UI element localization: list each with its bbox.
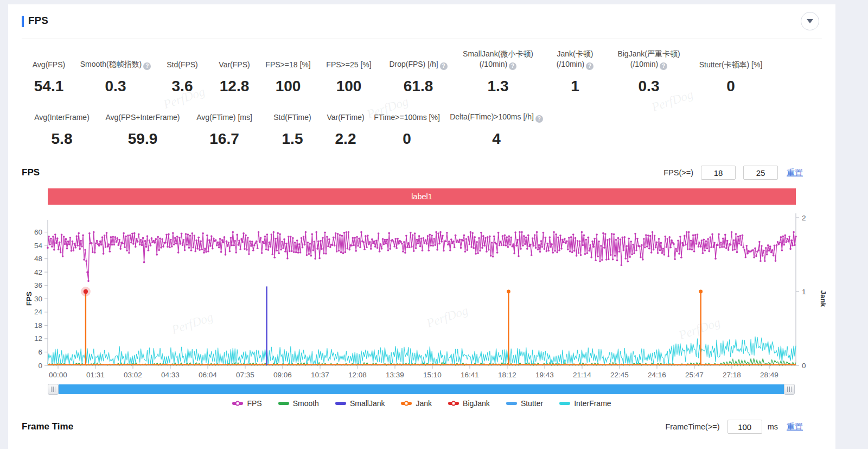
svg-text:FPS: FPS: [25, 292, 33, 306]
metric-label: Jank(卡顿)(/10min)?: [557, 49, 593, 70]
metric-value: 1: [571, 78, 579, 95]
metric-row1-9: BigJank(严重卡顿)(/10min)?0.3: [610, 49, 688, 95]
legend-label: FPS: [247, 399, 261, 408]
metric-label: FPS>=25 [%]: [326, 60, 371, 70]
legend-label: Smooth: [293, 399, 319, 408]
svg-text:13:39: 13:39: [386, 371, 404, 379]
svg-text:28:49: 28:49: [760, 371, 778, 379]
legend-label: Jank: [416, 399, 432, 408]
legend-item-interframe[interactable]: InterFrame: [559, 399, 611, 408]
fps-threshold-input-2[interactable]: [743, 166, 778, 180]
fps-stats-row-2: Avg(InterFrame)5.8Avg(FPS+InterFrame)59.…: [22, 112, 551, 148]
metric-value: 3.6: [172, 78, 193, 95]
frametime-threshold-filter: FrameTime(>=) ms 重置: [665, 420, 803, 434]
svg-text:12:08: 12:08: [348, 371, 367, 379]
metric-value: 61.8: [404, 78, 433, 95]
svg-text:60: 60: [34, 228, 42, 236]
chevron-down-icon: [807, 19, 813, 23]
grip-icon: [787, 387, 792, 392]
fps-panel: FPS Avg(FPS)54.1Smooth(稳帧指数)?0.3Std(FPS)…: [8, 4, 835, 449]
legend-item-stutter[interactable]: Stutter: [506, 399, 543, 408]
metric-value: 0.3: [105, 78, 126, 95]
frame-time-section-title: Frame Time: [22, 421, 73, 432]
metric-label: Std(FTime): [273, 112, 311, 123]
svg-text:06:04: 06:04: [199, 371, 217, 379]
metric-label: Avg(FTime) [ms]: [196, 112, 252, 123]
metric-value: 0: [726, 78, 735, 95]
metric-row1-1: Smooth(稳帧指数)?0.3: [76, 59, 155, 95]
svg-text:12: 12: [34, 334, 42, 343]
svg-text:0: 0: [38, 362, 42, 370]
svg-text:07:35: 07:35: [236, 371, 254, 379]
legend-item-jank[interactable]: Jank: [401, 399, 432, 408]
metric-label: Drop(FPS) [/h]?: [389, 59, 447, 70]
metric-row2-3: Std(FTime)1.5: [265, 112, 320, 148]
metric-row1-2: Std(FPS)3.6: [155, 60, 209, 95]
help-icon[interactable]: ?: [509, 62, 516, 70]
svg-text:2: 2: [802, 214, 806, 222]
svg-text:22:45: 22:45: [610, 371, 629, 379]
legend-marker: [401, 402, 412, 405]
svg-text:42: 42: [34, 268, 42, 276]
metric-label: Avg(FPS+InterFrame): [105, 112, 180, 123]
metric-label: Stutter(卡顿率) [%]: [699, 60, 763, 70]
metric-label: FPS>=18 [%]: [265, 60, 310, 70]
svg-text:03:02: 03:02: [124, 371, 142, 379]
metric-value: 5.8: [52, 130, 73, 148]
help-icon[interactable]: ?: [660, 62, 667, 70]
legend-item-fps[interactable]: FPS: [232, 399, 261, 408]
metric-value: 100: [276, 78, 301, 95]
fps-stats-row-1: Avg(FPS)54.1Smooth(稳帧指数)?0.3Std(FPS)3.6V…: [22, 49, 774, 95]
svg-text:18: 18: [34, 321, 42, 330]
svg-text:15:10: 15:10: [423, 371, 442, 379]
metric-row1-3: Var(FPS)12.8: [209, 60, 259, 95]
metric-row1-10: Stutter(卡顿率) [%]0: [688, 60, 774, 95]
chart-scrollbar-track[interactable]: [59, 384, 784, 394]
svg-text:00:00: 00:00: [49, 371, 67, 379]
help-icon[interactable]: ?: [535, 115, 543, 123]
fps-reset-link[interactable]: 重置: [787, 168, 803, 178]
metric-row1-4: FPS>=18 [%]100: [259, 60, 317, 95]
metric-value: 1.3: [488, 78, 509, 95]
svg-text:25:47: 25:47: [685, 371, 704, 379]
legend-item-smooth[interactable]: Smooth: [278, 399, 319, 408]
title-accent-bar: [22, 16, 24, 27]
frametime-reset-link[interactable]: 重置: [787, 422, 803, 432]
svg-text:21:14: 21:14: [573, 371, 591, 379]
svg-text:30: 30: [34, 295, 42, 303]
svg-text:24:16: 24:16: [648, 371, 666, 379]
help-icon[interactable]: ?: [440, 62, 448, 70]
svg-text:54: 54: [34, 242, 43, 250]
metric-label: Avg(FPS): [33, 60, 65, 70]
fps-threshold-input-1[interactable]: [701, 166, 736, 180]
help-icon[interactable]: ?: [143, 62, 151, 70]
fps-chart-section-title: FPS: [22, 167, 40, 178]
metric-row2-4: Var(FTime)2.2: [320, 112, 372, 148]
legend-label: InterFrame: [574, 399, 611, 408]
metric-value: 12.8: [220, 78, 250, 95]
help-icon[interactable]: ?: [586, 62, 593, 70]
svg-text:1: 1: [802, 288, 806, 296]
frametime-threshold-input[interactable]: [727, 420, 762, 434]
svg-text:0: 0: [802, 362, 806, 370]
collapse-button[interactable]: [801, 12, 819, 30]
svg-text:10:37: 10:37: [311, 371, 329, 379]
svg-text:18:12: 18:12: [498, 371, 516, 379]
fps-threshold-label: FPS(>=): [663, 168, 693, 177]
svg-text:04:33: 04:33: [161, 371, 180, 379]
legend-item-bigjank[interactable]: BigJank: [448, 399, 490, 408]
metric-row1-7: SmallJank(微小卡顿)(/10min)?1.3: [456, 49, 540, 95]
legend-item-smalljank[interactable]: SmallJank: [335, 399, 385, 408]
metric-row1-8: Jank(卡顿)(/10min)?1: [540, 49, 610, 95]
scrollbar-left-handle[interactable]: [48, 384, 59, 395]
legend-label: SmallJank: [350, 399, 385, 408]
svg-text:24: 24: [34, 308, 43, 316]
metric-label: SmallJank(微小卡顿)(/10min)?: [463, 49, 533, 70]
scrollbar-right-handle[interactable]: [784, 384, 795, 395]
metric-row2-5: FTime>=100ms [%]0: [372, 112, 442, 148]
fps-chart[interactable]: 0612182430364248546001200:0001:3103:0204…: [8, 209, 835, 380]
metric-label: Smooth(稳帧指数)?: [80, 59, 151, 70]
metric-label: Var(FPS): [219, 60, 250, 70]
metric-value: 59.9: [128, 130, 158, 148]
metric-row2-1: Avg(FPS+InterFrame)59.9: [102, 112, 183, 148]
